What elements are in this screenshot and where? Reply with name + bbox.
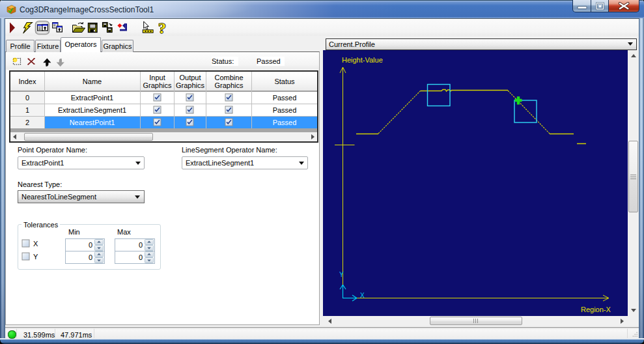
- svg-text:Height-Value: Height-Value: [342, 56, 383, 64]
- svg-text:X: X: [360, 292, 365, 299]
- svg-text:Region-X: Region-X: [581, 306, 611, 313]
- svg-text:?: ?: [158, 20, 166, 36]
- svg-text:Y: Y: [339, 271, 344, 278]
